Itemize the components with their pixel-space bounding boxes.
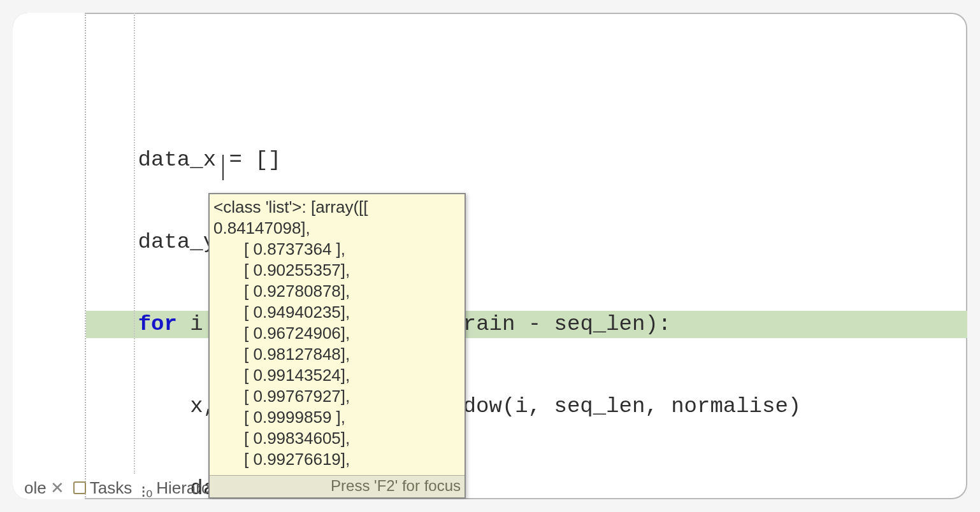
gutter — [13, 13, 86, 499]
tooltip-value-row: [ 0.99276619], — [212, 449, 462, 470]
tab-console[interactable]: ole ✕ — [24, 478, 64, 498]
tooltip-footer: Press 'F2' for focus — [210, 475, 465, 497]
tooltip-value-row: [ 0.90255357], — [212, 260, 462, 281]
close-icon[interactable]: ✕ — [50, 478, 64, 498]
text-cursor — [222, 155, 224, 180]
indent-guide — [134, 13, 135, 474]
tooltip-body: <class 'list'>: [array([[ 0.84147098], [… — [210, 194, 465, 475]
debug-hover-tooltip[interactable]: <class 'list'>: [array([[ 0.84147098], [… — [208, 193, 466, 499]
tasks-icon — [73, 481, 86, 494]
tooltip-value-row: [ 0.99767927], — [212, 386, 462, 407]
tooltip-value-row: [ 0.98127848], — [212, 344, 462, 365]
tab-label: Tasks — [90, 478, 132, 498]
tab-label: ole — [24, 478, 47, 498]
tab-tasks[interactable]: Tasks — [73, 478, 132, 498]
editor-frame: data_x = [] data_y = [] for i in range(s… — [13, 13, 967, 499]
tooltip-value-row: [ 0.96724906], — [212, 323, 462, 344]
tooltip-value-row: [ 0.9999859 ], — [212, 407, 462, 428]
hierarchy-icon: ⁝₀ — [141, 482, 152, 494]
code-line: data_x = [] — [86, 146, 967, 174]
tooltip-value-header: <class 'list'>: [array([[ 0.84147098], — [212, 197, 462, 239]
tooltip-value-row: [ 0.99834605], — [212, 428, 462, 449]
keyword-for: for — [138, 312, 177, 336]
tooltip-value-row: [ 0.8737364 ], — [212, 239, 462, 260]
tooltip-value-row: [ 0.99143524], — [212, 365, 462, 386]
tooltip-value-row: [ 0.92780878], — [212, 281, 462, 302]
tooltip-value-row: [ 0.94940235], — [212, 302, 462, 323]
